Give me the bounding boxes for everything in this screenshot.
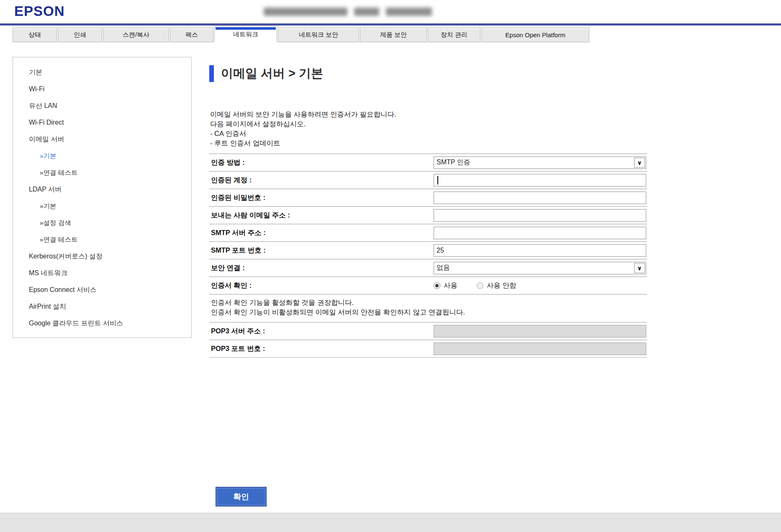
form-row-certificate-validation: 인증서 확인 : 사용 사용 안함 (209, 276, 647, 294)
radio-label: 사용 안함 (487, 281, 516, 290)
note-line: 인증서 확인 기능을 활성화할 것을 권장합니다. (211, 298, 647, 307)
pop3-server-address-input (434, 325, 646, 338)
pop3-port-input (434, 343, 646, 355)
tab-product-security[interactable]: 제품 보안 (360, 28, 427, 42)
smtp-port-input[interactable]: 25 (434, 244, 646, 257)
dropdown-arrow-icon[interactable]: ∨ (634, 263, 645, 273)
radio-unselected-icon[interactable] (477, 282, 483, 289)
confirm-button[interactable]: 확인 (216, 487, 267, 506)
form-row-sender-email: 보내는 사람 이메일 주소 : (209, 206, 647, 224)
smtp-server-address-input[interactable] (434, 227, 646, 239)
blurred-model-name (264, 6, 460, 18)
field-label: 인증된 계정 : (209, 176, 434, 185)
footer-bar (0, 513, 781, 532)
tab-network-security[interactable]: 네트워크 보안 (278, 28, 359, 42)
description-line: - 루트 인증서 업데이트 (210, 138, 396, 148)
sidebar-item-airprint-setup[interactable]: AirPrint 설치 (13, 298, 191, 315)
sidebar-item-ms-network[interactable]: MS 네트워크 (13, 265, 191, 281)
page-title: 이메일 서버 > 기본 (209, 65, 323, 82)
sidebar-item-google-cloud-print[interactable]: Google 클라우드 프린트 서비스 (13, 315, 191, 332)
form-row-auth-password: 인증된 비밀번호 : (209, 189, 647, 206)
certificate-validation-note: 인증서 확인 기능을 활성화할 것을 권장합니다. 인증서 확인 기능이 비활성… (209, 294, 647, 322)
field-label: 인증 방법 : (209, 158, 434, 167)
sidebar-item-email-basic[interactable]: »기본 (13, 148, 191, 164)
tab-bar: 상태 인쇄 스캔/복사 팩스 네트워크 네트워크 보안 제품 보안 장치 관리 … (0, 26, 781, 42)
field-label: 인증된 비밀번호 : (209, 193, 434, 202)
smtp-port-value: 25 (437, 247, 444, 254)
title-accent-bar (209, 65, 214, 82)
selected-value: 없음 (437, 263, 450, 272)
sidebar-item-ldap-connection-test[interactable]: »연결 테스트 (13, 231, 191, 248)
radio-selected-icon[interactable] (434, 282, 440, 289)
text-caret (437, 176, 438, 184)
field-label: SMTP 포트 번호 : (209, 246, 434, 255)
tab-network[interactable]: 네트워크 (214, 26, 277, 42)
form-row-pop3-port: POP3 포트 번호 : (209, 340, 647, 357)
tab-print[interactable]: 인쇄 (58, 28, 102, 42)
form-row-smtp-server: SMTP 서버 주소 : (209, 224, 647, 241)
sidebar-item-email-server[interactable]: 이메일 서버 (13, 131, 191, 148)
auth-method-select[interactable]: SMTP 인증 ∨ (434, 156, 646, 169)
sidebar-item-kerberos-settings[interactable]: Kerberos(커버로스) 설정 (13, 248, 191, 265)
sidebar-item-wifi-direct[interactable]: Wi-Fi Direct (13, 114, 191, 131)
secure-connection-select[interactable]: 없음 ∨ (434, 262, 646, 274)
auth-account-input[interactable] (434, 174, 646, 187)
form-row-secure-connection: 보안 연결 : 없음 ∨ (209, 259, 647, 276)
epson-logo: EPSON (14, 3, 65, 19)
header: EPSON (0, 0, 781, 23)
certificate-validation-radio-group: 사용 사용 안함 (434, 281, 516, 290)
sidebar-item-epson-connect[interactable]: Epson Connect 서비스 (13, 281, 191, 298)
sidebar-item-basic[interactable]: 기본 (13, 64, 191, 81)
form-row-pop3-server: POP3 서버 주소 : (209, 322, 647, 340)
description-line: 다음 페이지에서 설정하십시오. (210, 119, 396, 129)
field-label: 인증서 확인 : (209, 281, 434, 290)
sender-email-input[interactable] (434, 209, 646, 222)
radio-option-enable[interactable]: 사용 (434, 281, 457, 290)
dropdown-arrow-icon[interactable]: ∨ (634, 158, 645, 168)
form-row-auth-method: 인증 방법 : SMTP 인증 ∨ (209, 153, 647, 171)
description-line: - CA 인증서 (210, 129, 396, 138)
selected-value: SMTP 인증 (437, 158, 470, 167)
field-label: 보내는 사람 이메일 주소 : (209, 211, 434, 220)
auth-password-input[interactable] (434, 192, 646, 204)
tab-epson-open-platform[interactable]: Epson Open Platform (481, 28, 589, 42)
email-server-form: 인증 방법 : SMTP 인증 ∨ 인증된 계정 : 인증된 비밀번호 : 보내… (209, 153, 647, 358)
note-line: 인증서 확인 기능이 비활성화되면 이메일 서버의 안전을 확인하지 않고 연결… (211, 307, 647, 317)
description-line: 이메일 서버의 보안 기능을 사용하려면 인증서가 필요합니다. (210, 110, 396, 119)
sidebar-item-ldap-search-settings[interactable]: »설정 검색 (13, 215, 191, 231)
form-row-smtp-port: SMTP 포트 번호 : 25 (209, 241, 647, 259)
tab-device-management[interactable]: 장치 관리 (428, 28, 480, 42)
sidebar-item-email-connection-test[interactable]: »연결 테스트 (13, 164, 191, 181)
field-label: POP3 포트 번호 : (209, 344, 434, 353)
radio-option-disable[interactable]: 사용 안함 (477, 281, 516, 290)
sidebar-item-ldap-basic[interactable]: »기본 (13, 198, 191, 215)
sidebar: 기본 Wi-Fi 유선 LAN Wi-Fi Direct 이메일 서버 »기본 … (13, 57, 192, 338)
sidebar-item-wifi[interactable]: Wi-Fi (13, 81, 191, 97)
sidebar-item-wired-lan[interactable]: 유선 LAN (13, 97, 191, 114)
tab-scan-copy[interactable]: 스캔/복사 (103, 28, 169, 42)
field-label: SMTP 서버 주소 : (209, 228, 434, 238)
field-label: POP3 서버 주소 : (209, 327, 434, 336)
radio-label: 사용 (444, 281, 457, 290)
form-row-auth-account: 인증된 계정 : (209, 171, 647, 189)
description: 이메일 서버의 보안 기능을 사용하려면 인증서가 필요합니다. 다음 페이지에… (210, 110, 396, 148)
tab-fax[interactable]: 팩스 (170, 28, 213, 42)
tab-status[interactable]: 상태 (13, 28, 57, 42)
sidebar-item-ldap-server[interactable]: LDAP 서버 (13, 181, 191, 198)
field-label: 보안 연결 : (209, 263, 434, 273)
